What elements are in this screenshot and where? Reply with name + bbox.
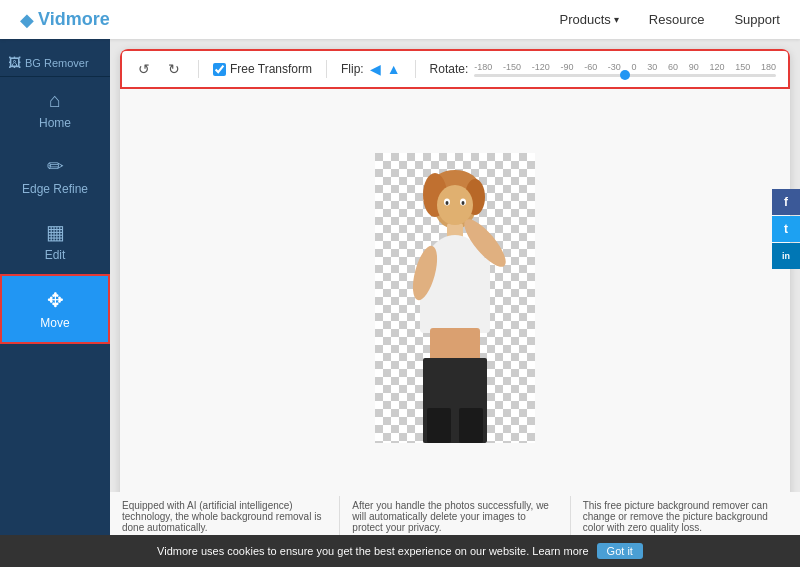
sidebar-item-move[interactable]: ✥ Move [0,274,110,344]
desc-col-2: After you handle the photos successfully… [340,496,570,537]
flip-horizontal-button[interactable]: ◀ [370,61,381,77]
desc-text-2: After you handle the photos successfully… [352,500,549,533]
svg-point-18 [437,185,473,225]
editor-panel: ↺ ↻ Free Transform Flip: ◀ ▲ Rotate: [120,49,790,557]
sidebar-item-edit-label: Edit [45,248,66,262]
free-transform-label: Free Transform [230,62,312,76]
image-container [375,153,535,443]
svg-rect-16 [427,408,451,443]
nav: Products ▾ Resource Support [560,12,781,27]
logo-icon: ◆ [20,9,34,31]
main: 🖼 BG Remover ⌂ Home ✏ Edge Refine ▦ Edit… [0,39,800,567]
sidebar-item-edit[interactable]: ▦ Edit [0,208,110,274]
logo[interactable]: ◆ Vidmore [20,9,110,31]
content: ↺ ↻ Free Transform Flip: ◀ ▲ Rotate: [110,39,800,567]
nav-resource[interactable]: Resource [649,12,705,27]
canvas-image [375,153,535,443]
rotate-section: Rotate: -180-150-120-90-60-3003060901201… [430,62,776,77]
bg-tab-label: BG Remover [25,57,89,69]
bg-remover-tab[interactable]: 🖼 BG Remover [0,49,110,77]
sidebar-item-home[interactable]: ⌂ Home [0,77,110,142]
flip-label: Flip: [341,62,364,76]
svg-rect-17 [459,408,483,443]
sidebar-item-edge-refine[interactable]: ✏ Edge Refine [0,142,110,208]
desc-text-1: Equipped with AI (artificial intelligenc… [122,500,321,533]
move-icon: ✥ [47,288,64,312]
logo-text: Vidmore [38,9,110,30]
sidebar-item-move-label: Move [40,316,69,330]
sidebar-item-home-label: Home [39,116,71,130]
canvas-area [120,89,790,507]
separator-1 [198,60,199,78]
desc-col-1: Equipped with AI (artificial intelligenc… [110,496,340,537]
svg-point-22 [462,201,465,205]
rotate-slider-wrap: -180-150-120-90-60-300306090120150180 [474,62,776,77]
separator-3 [415,60,416,78]
description-area: Equipped with AI (artificial intelligenc… [110,492,800,541]
separator-2 [326,60,327,78]
nav-products[interactable]: Products ▾ [560,12,619,27]
flip-section: Flip: ◀ ▲ [341,61,401,77]
edit-icon: ▦ [46,220,65,244]
flip-vertical-button[interactable]: ▲ [387,61,401,77]
nav-support[interactable]: Support [734,12,780,27]
desc-col-3: This free picture background remover can… [571,496,800,537]
edge-refine-icon: ✏ [47,154,64,178]
svg-rect-14 [430,328,480,363]
twitter-button[interactable]: t [772,216,800,242]
facebook-button[interactable]: f [772,189,800,215]
cookie-banner: Vidmore uses cookies to ensure you get t… [0,535,800,567]
linkedin-icon: in [782,251,790,261]
free-transform-checkbox[interactable] [213,63,226,76]
toolbar: ↺ ↻ Free Transform Flip: ◀ ▲ Rotate: [120,49,790,89]
chevron-down-icon: ▾ [614,14,619,25]
rotate-thumb [620,70,630,80]
svg-point-21 [446,201,449,205]
undo-button[interactable]: ↺ [134,59,154,79]
header: ◆ Vidmore Products ▾ Resource Support [0,0,800,39]
rotate-slider[interactable] [474,74,776,77]
facebook-icon: f [784,195,788,209]
rotate-label: Rotate: [430,62,469,76]
cookie-text: Vidmore uses cookies to ensure you get t… [157,545,589,557]
social-sidebar: f t in [772,189,800,269]
twitter-icon: t [784,222,788,236]
bg-tab-icon: 🖼 [8,55,21,70]
free-transform-toggle[interactable]: Free Transform [213,62,312,76]
desc-text-3: This free picture background remover can… [583,500,768,533]
sidebar: 🖼 BG Remover ⌂ Home ✏ Edge Refine ▦ Edit… [0,39,110,567]
redo-button[interactable]: ↻ [164,59,184,79]
cookie-accept-button[interactable]: Got it [597,543,643,559]
linkedin-button[interactable]: in [772,243,800,269]
home-icon: ⌂ [49,89,61,112]
sidebar-item-edge-label: Edge Refine [22,182,88,196]
